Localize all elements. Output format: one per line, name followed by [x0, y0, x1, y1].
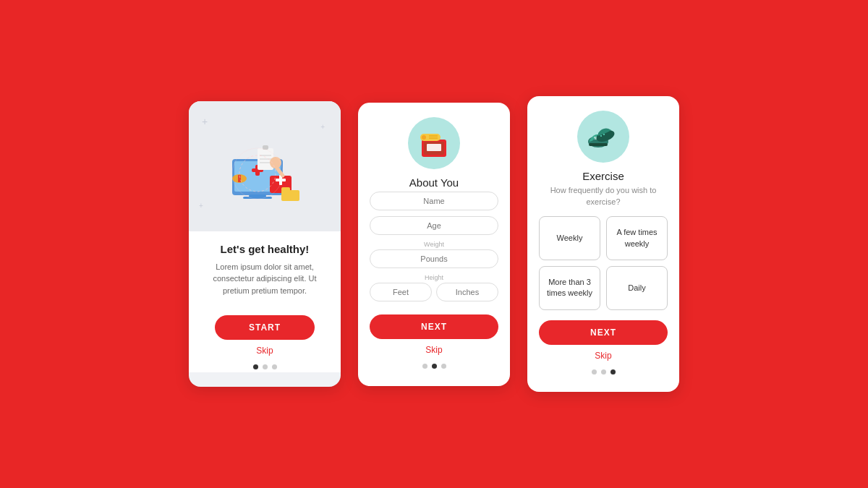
card-1-skip[interactable]: Skip	[256, 346, 273, 356]
card-about: About You Weight Height NEXT Skip	[358, 103, 510, 386]
option-daily[interactable]: Daily	[606, 266, 668, 310]
svg-rect-26	[422, 135, 426, 140]
about-next-button[interactable]: NEXT	[370, 314, 498, 339]
card-1-dots	[253, 364, 277, 369]
svg-rect-5	[243, 197, 272, 199]
about-skip[interactable]: Skip	[425, 345, 442, 355]
dot-1	[422, 364, 427, 369]
deco-cross-1: +	[202, 116, 208, 127]
card-1-desc: Lorem ipsum dolor sit amet, consectetur …	[203, 261, 326, 297]
svg-point-36	[603, 134, 605, 135]
card-exercise: Exercise How frequently do you wish to e…	[527, 96, 679, 391]
exercise-options: Weekly A few times weekly More than 3 ti…	[527, 216, 679, 310]
card-1-content: Let's get healthy! Lorem ipsum dolor sit…	[189, 231, 341, 373]
svg-rect-34	[589, 143, 608, 146]
svg-rect-18	[281, 190, 299, 201]
scale-icon	[414, 124, 454, 163]
card-2-dots	[422, 364, 446, 369]
feet-input[interactable]	[370, 283, 432, 301]
dot-1	[253, 364, 258, 369]
dot-2	[263, 364, 268, 369]
dot-2	[432, 364, 437, 369]
height-inputs	[370, 283, 498, 306]
weight-label: Weight	[370, 241, 498, 248]
height-field-group: Height	[358, 274, 510, 306]
exercise-subtitle: How frequently do you wish to exercise?	[527, 185, 679, 207]
height-label: Height	[370, 274, 498, 281]
option-weekly[interactable]: Weekly	[539, 216, 600, 260]
age-field-group	[358, 216, 510, 239]
exercise-title: Exercise	[582, 170, 624, 182]
exercise-skip[interactable]: Skip	[595, 351, 611, 361]
weight-input[interactable]	[370, 249, 498, 268]
age-input[interactable]	[370, 216, 498, 235]
start-button[interactable]: START	[215, 315, 315, 340]
option-few-times[interactable]: A few times weekly	[606, 216, 668, 260]
inches-input[interactable]	[436, 283, 498, 301]
exercise-next-button[interactable]: NEXT	[539, 320, 668, 345]
dot-2	[601, 369, 606, 374]
svg-rect-19	[281, 187, 290, 192]
name-input[interactable]	[370, 192, 498, 210]
dot-3	[441, 364, 446, 369]
card-intro: + + +	[189, 101, 341, 388]
dot-1	[592, 369, 597, 374]
dot-3	[272, 364, 277, 369]
svg-rect-24	[427, 144, 441, 151]
card-3-dots	[592, 369, 616, 374]
illustration-area: + + +	[189, 101, 341, 231]
exercise-icon-circle	[577, 111, 629, 163]
deco-cross-2: +	[320, 123, 325, 131]
about-title: About You	[409, 176, 459, 189]
card-1-title: Let's get healthy!	[221, 243, 310, 255]
weight-field-group: Weight	[358, 241, 510, 273]
dot-3	[610, 369, 616, 374]
medical-illustration	[218, 119, 312, 213]
about-icon-circle	[408, 117, 460, 169]
name-field-group	[358, 192, 510, 215]
cards-container: + + +	[189, 96, 679, 391]
svg-point-35	[600, 135, 602, 137]
sneakers-icon	[584, 117, 623, 156]
option-more-than-3[interactable]: More than 3 times weekly	[539, 266, 600, 310]
deco-cross-3: +	[199, 202, 203, 210]
